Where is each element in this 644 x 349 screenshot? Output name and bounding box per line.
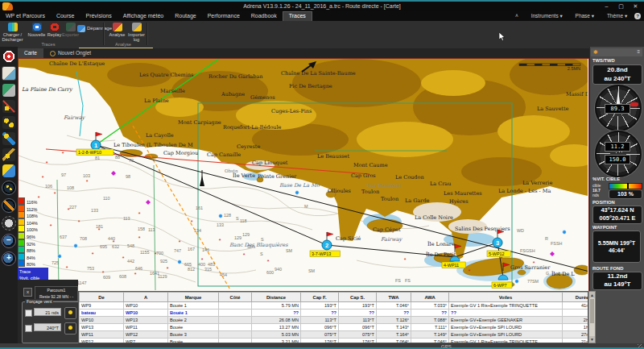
ribbon-tab-course[interactable]: Course bbox=[51, 11, 80, 21]
table-scrollbar[interactable]: ▲ ▼ bbox=[588, 291, 596, 343]
tab-nouvel-onglet[interactable]: Nouvel Onglet bbox=[43, 48, 97, 58]
panel-menu-icon[interactable]: ≡ bbox=[637, 49, 640, 54]
wind-dir-field[interactable]: 240°T bbox=[34, 323, 61, 331]
route-icon[interactable] bbox=[2, 132, 15, 145]
instruments-menu[interactable]: Instruments ▾ bbox=[526, 13, 563, 19]
column-header[interactable]: Cap S. bbox=[339, 293, 377, 302]
measure-icon[interactable] bbox=[2, 216, 16, 231]
move-wp-icon[interactable] bbox=[2, 148, 15, 161]
wind-dir-checkbox[interactable] bbox=[25, 325, 32, 332]
collapse-ribbon-icon[interactable]: ˄ bbox=[515, 13, 518, 19]
svg-text:113: 113 bbox=[148, 227, 155, 232]
eraser-icon[interactable] bbox=[2, 164, 15, 177]
ribbon-tab-roadbook[interactable]: Roadbook bbox=[246, 11, 283, 21]
table-row[interactable]: WP10WP13Bouée 226.08 MN113°T113°TT.126°T… bbox=[80, 317, 589, 324]
load-unload-button[interactable]: Charger /Décharger bbox=[2, 22, 23, 41]
theme-menu[interactable]: Thème ▾ bbox=[601, 13, 627, 19]
svg-text:3-7-WP13: 3-7-WP13 bbox=[312, 251, 331, 256]
column-header[interactable]: AWA bbox=[411, 293, 449, 302]
svg-text:103: 103 bbox=[83, 173, 90, 178]
close-parcours-button[interactable]: x bbox=[23, 288, 32, 297]
column-header[interactable]: Marque bbox=[168, 293, 219, 302]
app-window: Adrena V13.9.1.26 - 24_11_2016_a.trc - R… bbox=[0, 0, 644, 349]
svg-text:Aubagne: Aubagne bbox=[221, 91, 245, 98]
svg-text:*: * bbox=[219, 238, 221, 243]
legend-band: 88% bbox=[18, 246, 50, 253]
wind-angle-gauge[interactable]: 89.3 bbox=[595, 85, 642, 131]
column-header[interactable]: Distance bbox=[252, 293, 301, 302]
column-header[interactable]: Durée bbox=[563, 293, 589, 302]
table-row[interactable]: bateauWP10Bouée 1????????????— bbox=[80, 310, 589, 317]
svg-text:*: * bbox=[138, 211, 141, 217]
gear-icon[interactable]: ✱ bbox=[593, 49, 598, 56]
svg-text:708: 708 bbox=[80, 236, 87, 241]
ribbon-tab-affichage-m-t-o[interactable]: Affichage météo bbox=[118, 11, 169, 21]
chart-icon[interactable] bbox=[2, 66, 16, 81]
scroll-down-icon[interactable]: ▼ bbox=[589, 336, 595, 343]
svg-text:Cap Liouquet: Cap Liouquet bbox=[252, 160, 288, 166]
radar-icon[interactable] bbox=[2, 181, 16, 195]
ribbon-tab-traces[interactable]: Traces bbox=[283, 11, 312, 21]
table-row[interactable]: WP13WP11Bouée13.27 MN096°T096°TT.143°T.1… bbox=[80, 324, 589, 331]
svg-text:FSSH: FSSH bbox=[551, 241, 562, 246]
ribbon-tab-routage[interactable]: Routage bbox=[169, 11, 201, 21]
phase-menu[interactable]: Phase ▾ bbox=[570, 13, 595, 19]
maximize-button[interactable]: ▢ bbox=[617, 3, 625, 10]
tab-carte[interactable]: Carte bbox=[18, 48, 43, 58]
svg-text:*: * bbox=[404, 257, 407, 263]
help-button[interactable]: ? bbox=[634, 13, 641, 19]
analyse-button[interactable]: Analyse bbox=[106, 22, 128, 41]
column-header[interactable]: De bbox=[80, 293, 124, 302]
svg-text:Cuges-Les-Pins: Cuges-Les-Pins bbox=[271, 108, 312, 114]
column-header[interactable]: Cap F. bbox=[301, 293, 339, 302]
svg-text:*: * bbox=[92, 251, 94, 257]
wind-speed-field[interactable]: 21 nds bbox=[34, 308, 61, 316]
waypoint-widget[interactable]: 5.55MN 199°T46:44' bbox=[592, 231, 641, 263]
position-header: POSITION bbox=[592, 200, 642, 205]
scroll-thumb[interactable] bbox=[590, 299, 594, 323]
position-widget[interactable]: 43°17.624 N005°20.471 E bbox=[592, 206, 642, 224]
chart-area[interactable]: ****************************** 818870971… bbox=[18, 58, 589, 292]
wind-speed-pick-button[interactable] bbox=[64, 307, 76, 319]
column-header[interactable]: Côté bbox=[219, 293, 252, 302]
ribbon-group-traces: Traces bbox=[16, 42, 80, 47]
zoom-in-icon[interactable]: + bbox=[2, 251, 16, 266]
instruments-icon[interactable] bbox=[2, 84, 15, 97]
ribbon-tab-wp-et-parcours[interactable]: WP et Parcours bbox=[0, 11, 51, 21]
wind-dir-pick-button[interactable] bbox=[64, 322, 76, 334]
compass-icon[interactable] bbox=[2, 198, 16, 213]
wind-speed-checkbox[interactable] bbox=[25, 310, 32, 317]
svg-text:1129: 1129 bbox=[158, 274, 167, 279]
svg-text:*: * bbox=[78, 219, 80, 225]
ribbon-tab-pr-visions[interactable]: Prévisions bbox=[80, 11, 117, 21]
column-header[interactable]: TWA bbox=[377, 293, 411, 302]
nautical-chart[interactable]: ****************************** 818870971… bbox=[19, 59, 588, 290]
svg-text:*: * bbox=[469, 268, 471, 274]
import-log-button[interactable]: Importerlog bbox=[126, 22, 147, 41]
minimize-button[interactable]: – bbox=[603, 3, 610, 10]
waypoints-icon[interactable] bbox=[2, 116, 15, 129]
svg-text:R: R bbox=[545, 236, 548, 241]
scroll-up-icon[interactable]: ▲ bbox=[589, 292, 595, 298]
svg-text:*: * bbox=[243, 252, 246, 258]
svg-text:700: 700 bbox=[156, 251, 163, 256]
table-row[interactable]: WP11WP12Bouée 35.03 MN075°T075°TT.164°T.… bbox=[80, 331, 589, 339]
resize-grip[interactable] bbox=[638, 344, 642, 349]
svg-text:6-WP7: 6-WP7 bbox=[493, 283, 506, 288]
trace-icon[interactable] bbox=[2, 100, 15, 113]
ribbon-tab-performance[interactable]: Performance bbox=[202, 11, 246, 21]
zoom-out-icon[interactable]: − bbox=[2, 234, 16, 248]
route-fond-widget[interactable]: 11.2ndau 149°T bbox=[592, 272, 642, 290]
mob-icon[interactable] bbox=[2, 50, 15, 63]
svg-text:Marseille: Marseille bbox=[160, 88, 185, 94]
tws-twd-widget[interactable]: 20.8ndau 240°T bbox=[592, 64, 642, 85]
sog-cog-gauge[interactable]: 11.2 150.0 bbox=[595, 131, 642, 177]
close-button[interactable]: ✕ bbox=[632, 3, 639, 10]
svg-text:97: 97 bbox=[61, 172, 66, 177]
column-header[interactable]: A bbox=[124, 293, 168, 302]
table-row[interactable]: WP9WP10Bouée 15.79 MN193°T193°TT.046°T.0… bbox=[80, 302, 589, 310]
column-header[interactable]: Voiles bbox=[449, 293, 563, 302]
svg-text:88: 88 bbox=[115, 155, 120, 160]
route-legs-table[interactable]: DeAMarqueCôtéDistanceCap F.Cap S.TWAAWAV… bbox=[78, 291, 588, 343]
forcage-vent-label: Forçage vent bbox=[25, 299, 53, 304]
